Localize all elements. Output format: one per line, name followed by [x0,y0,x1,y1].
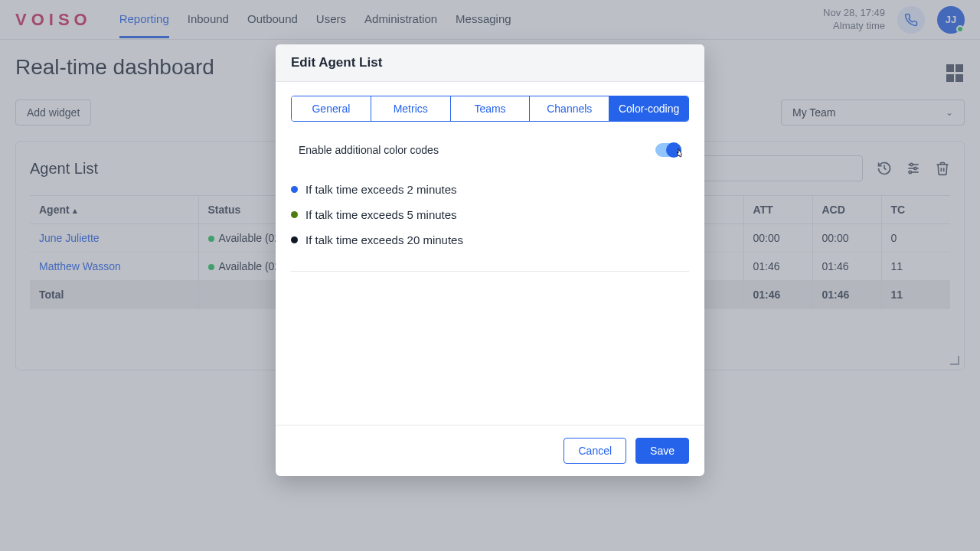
rule-text: If talk time exceeds 2 minutes [305,183,457,196]
color-rule: If talk time exceeds 5 minutes [291,202,689,227]
rule-dot-icon [291,186,298,193]
rule-dot-icon [291,236,298,243]
save-button[interactable]: Save [635,438,689,464]
enable-color-codes-toggle[interactable] [655,143,681,157]
color-rules: If talk time exceeds 2 minutes If talk t… [291,174,689,265]
rule-dot-icon [291,211,298,218]
rule-text: If talk time exceeds 20 minutes [305,233,463,246]
tab-teams[interactable]: Teams [451,96,531,121]
modal-overlay: Edit Agent List General Metrics Teams Ch… [0,0,980,551]
cancel-button[interactable]: Cancel [564,438,626,464]
tab-metrics[interactable]: Metrics [371,96,451,121]
tab-general[interactable]: General [292,96,371,121]
color-rule: If talk time exceeds 2 minutes [291,177,689,202]
rule-text: If talk time exceeds 5 minutes [305,208,457,221]
toggle-label: Enable additional color codes [299,144,439,156]
cursor-pointer-icon [674,148,686,160]
tab-channels[interactable]: Channels [530,96,609,121]
tab-color-coding[interactable]: Color-coding [609,96,688,121]
color-rule: If talk time exceeds 20 minutes [291,227,689,253]
edit-agent-list-modal: Edit Agent List General Metrics Teams Ch… [276,44,704,476]
modal-title: Edit Agent List [276,44,704,82]
modal-tabs: General Metrics Teams Channels Color-cod… [291,96,689,122]
